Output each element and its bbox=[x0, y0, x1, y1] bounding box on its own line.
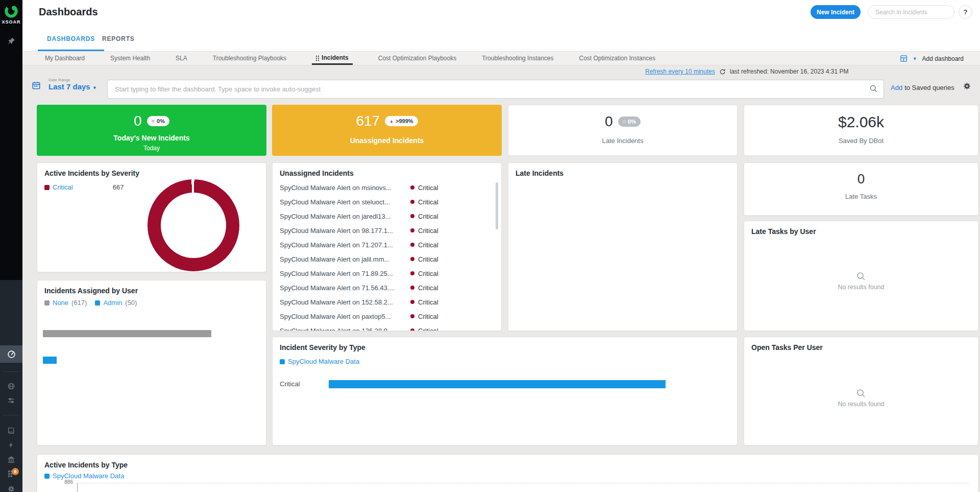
xsoar-logo[interactable]: XSOAR bbox=[0, 4, 22, 25]
sidebar-item-settings[interactable] bbox=[0, 482, 22, 492]
sidebar-item-jobs[interactable] bbox=[0, 466, 22, 481]
widget-title: Unassigned Incidents bbox=[280, 169, 354, 177]
severity-dot-icon bbox=[410, 200, 414, 204]
incident-name-link[interactable]: SpyCloud Malware Alert on 71.89.25... bbox=[280, 270, 407, 277]
empty-text: No results found bbox=[744, 284, 978, 291]
dashtab-troubleshooting-instances[interactable]: Troubleshooting Instances bbox=[482, 52, 553, 65]
list-item[interactable]: SpyCloud Malware Alert on paxtop5...Crit… bbox=[273, 309, 501, 323]
new-incident-button[interactable]: New Incident bbox=[811, 5, 861, 19]
dashtab-system-health[interactable]: System Health bbox=[110, 52, 150, 65]
trend-percent: 0% bbox=[157, 118, 165, 124]
legend-label[interactable]: None bbox=[53, 299, 68, 307]
search-icon[interactable] bbox=[869, 84, 878, 93]
incident-name-link[interactable]: SpyCloud Malware Alert on 152.58.2... bbox=[280, 298, 407, 306]
incident-name-link[interactable]: SpyCloud Malware Alert on 71.207.1... bbox=[280, 241, 407, 249]
legend-item[interactable]: Admin(50) bbox=[95, 299, 137, 307]
dashboard-settings-button[interactable] bbox=[963, 82, 971, 90]
incident-name-link[interactable]: SpyCloud Malware Alert on 71.56.43.... bbox=[280, 284, 407, 292]
add-dashboard-button[interactable]: Add dashboard bbox=[922, 55, 964, 62]
legend-item[interactable]: Critical667 bbox=[44, 183, 124, 191]
date-range-value[interactable]: Last 7 days ▼ bbox=[48, 82, 97, 91]
bar-none[interactable] bbox=[43, 330, 211, 337]
drag-grip-icon[interactable] bbox=[316, 56, 317, 57]
sidebar: XSOAR bbox=[0, 0, 22, 492]
last-refreshed-text: last refreshed: November 16, 2023 4:31 P… bbox=[730, 68, 849, 75]
list-item[interactable]: SpyCloud Malware Alert on jalil.mm...Cri… bbox=[273, 252, 501, 266]
incident-name-link[interactable]: SpyCloud Malware Alert on 98.177.1... bbox=[280, 227, 407, 235]
chevron-down-icon[interactable]: ▼ bbox=[913, 56, 917, 61]
list-item[interactable]: SpyCloud Malware Alert on 71.89.25...Cri… bbox=[273, 266, 501, 280]
dashtab-my-dashboard[interactable]: My Dashboard bbox=[45, 52, 85, 65]
bar-admin[interactable] bbox=[43, 357, 57, 364]
stat-card-late-incidents[interactable]: 0 =0% Late Incidents bbox=[508, 105, 738, 156]
list-item[interactable]: SpyCloud Malware Alert on steluoct...Cri… bbox=[273, 195, 501, 209]
stat-card-saved-by-dbot[interactable]: $2.06k Saved By DBot bbox=[744, 105, 978, 156]
refresh-interval-link[interactable]: Refresh every 10 minutes bbox=[645, 68, 715, 75]
stat-title: Unassigned Incidents bbox=[272, 136, 502, 145]
incident-name-link[interactable]: SpyCloud Malware Alert on msinovs... bbox=[280, 184, 407, 192]
trend-badge: ▲>999% bbox=[385, 116, 418, 126]
refresh-row: Refresh every 10 minutes last refreshed:… bbox=[645, 68, 849, 75]
legend-label[interactable]: SpyCloud Malware Data bbox=[288, 358, 359, 365]
tab-dashboards[interactable]: DASHBOARDS bbox=[38, 35, 104, 51]
sidebar-item-marketplace[interactable] bbox=[0, 452, 22, 466]
stat-card-unassigned-incidents[interactable]: 617 ▲>999% Unassigned Incidents bbox=[272, 105, 502, 156]
dashtab-cost-optimization-playbooks[interactable]: Cost Optimization Playbooks bbox=[378, 52, 456, 65]
dashboard-filter-input[interactable] bbox=[107, 80, 884, 99]
legend-item[interactable]: None(617) bbox=[44, 299, 87, 307]
widget-open-tasks-per-user: Open Tasks Per User No results found bbox=[744, 337, 978, 446]
stat-card-todays-new-incidents[interactable]: 0 =0% Today's New Incidents Today bbox=[37, 105, 266, 156]
legend-item[interactable]: SpyCloud Malware Data bbox=[280, 358, 359, 365]
equals-icon: = bbox=[623, 119, 626, 125]
board-icon[interactable] bbox=[900, 55, 908, 62]
refresh-icon[interactable] bbox=[719, 68, 726, 75]
primary-tab-bar: DASHBOARDS REPORTS bbox=[22, 25, 980, 52]
search-incidents-input[interactable] bbox=[868, 5, 954, 19]
incident-name-link[interactable]: SpyCloud Malware Alert on 136.38.9... bbox=[280, 327, 407, 332]
search-icon bbox=[856, 388, 866, 399]
list-item[interactable]: SpyCloud Malware Alert on 152.58.2...Cri… bbox=[273, 295, 501, 309]
list-item[interactable]: SpyCloud Malware Alert on msinovs...Crit… bbox=[273, 180, 501, 195]
widget-incident-severity-by-type: Incident Severity by Type SpyCloud Malwa… bbox=[272, 337, 738, 446]
incident-name-link[interactable]: SpyCloud Malware Alert on jalil.mm... bbox=[280, 255, 407, 263]
legend-label[interactable]: Critical bbox=[53, 183, 73, 191]
sidebar-item-dashboards[interactable] bbox=[0, 345, 22, 363]
pin-icon[interactable] bbox=[0, 34, 22, 48]
severity-label: Critical bbox=[418, 227, 438, 235]
scrollbar[interactable] bbox=[496, 182, 498, 229]
list-item[interactable]: SpyCloud Malware Alert on 136.38.9...Cri… bbox=[273, 323, 501, 331]
gear-icon bbox=[963, 82, 971, 90]
severity-badge: Critical bbox=[410, 298, 438, 306]
dashtab-incidents[interactable]: Incidents bbox=[312, 52, 353, 65]
add-to-saved-queries-link[interactable]: Add bbox=[891, 84, 902, 91]
sidebar-item-automation[interactable] bbox=[0, 438, 22, 452]
widget-late-tasks[interactable]: 0 Late Tasks bbox=[744, 162, 978, 216]
widget-active-incidents-by-severity: Active Incidents by Severity Critical667 bbox=[37, 162, 266, 272]
legend-item[interactable]: SpyCloud Malware Data bbox=[44, 472, 124, 480]
help-button[interactable]: ? bbox=[959, 5, 972, 19]
donut-chart[interactable] bbox=[148, 179, 239, 271]
incident-name-link[interactable]: SpyCloud Malware Alert on jaredl13... bbox=[280, 213, 407, 220]
legend-label[interactable]: Admin bbox=[103, 299, 122, 307]
incident-name-link[interactable]: SpyCloud Malware Alert on steluoct... bbox=[280, 198, 407, 206]
sidebar-item-playbooks[interactable] bbox=[0, 424, 22, 438]
list-item[interactable]: SpyCloud Malware Alert on 71.56.43....Cr… bbox=[273, 280, 501, 295]
severity-label: Critical bbox=[418, 184, 438, 192]
legend-label[interactable]: SpyCloud Malware Data bbox=[53, 472, 124, 480]
chart-legend: None(617)Admin(50) bbox=[44, 299, 137, 307]
dashtab-sla[interactable]: SLA bbox=[176, 52, 187, 65]
sidebar-item-threat-intel[interactable] bbox=[0, 379, 22, 393]
list-item[interactable]: SpyCloud Malware Alert on 71.207.1...Cri… bbox=[273, 238, 501, 252]
severity-dot-icon bbox=[410, 300, 414, 304]
list-item[interactable]: SpyCloud Malware Alert on jaredl13...Cri… bbox=[273, 209, 501, 223]
incident-name-link[interactable]: SpyCloud Malware Alert on paxtop5... bbox=[280, 313, 407, 320]
dashtab-troubleshooting-playbooks[interactable]: Troubleshooting Playbooks bbox=[213, 52, 286, 65]
widget-title: Incidents Assigned by User bbox=[44, 287, 138, 295]
tab-reports[interactable]: REPORTS bbox=[102, 35, 135, 51]
bar-critical[interactable] bbox=[329, 380, 666, 388]
sliders-icon bbox=[7, 396, 15, 405]
dashtab-cost-optimization-instances[interactable]: Cost Optimization Instances bbox=[579, 52, 655, 65]
severity-label: Critical bbox=[418, 198, 438, 206]
list-item[interactable]: SpyCloud Malware Alert on 98.177.1...Cri… bbox=[273, 223, 501, 238]
sidebar-item-filters[interactable] bbox=[0, 393, 22, 408]
